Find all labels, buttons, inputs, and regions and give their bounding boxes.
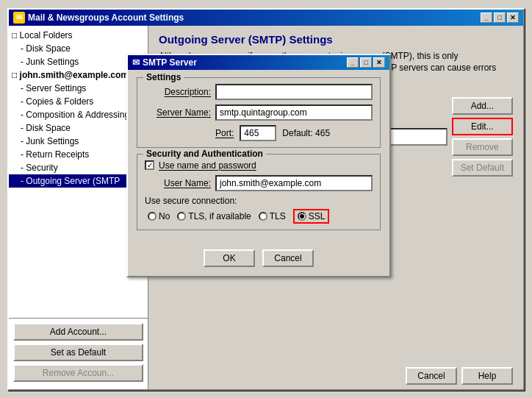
dialog-body: Settings Description: Server Name: Port:… — [128, 70, 389, 244]
radio-no-label: No — [159, 211, 170, 221]
radio-ssl-button[interactable] — [298, 212, 306, 221]
use-name-password-checkbox[interactable]: ✓ — [145, 160, 154, 170]
secure-connection-label: Use secure connection: — [145, 196, 373, 206]
server-name-row: Server Name: — [145, 104, 373, 121]
description-row: Description: — [145, 84, 373, 100]
description-input[interactable] — [215, 84, 373, 100]
dialog-title-bar: ✉ SMTP Server _ □ ✕ — [128, 55, 389, 70]
dialog-ok-button[interactable]: OK — [204, 249, 255, 267]
dialog-app-icon: ✉ — [132, 57, 140, 68]
settings-group-label: Settings — [143, 72, 184, 82]
radio-no-button[interactable] — [148, 212, 157, 221]
port-label: Port: — [215, 128, 234, 138]
security-group: Security and Authentication ✓ Use name a… — [137, 154, 381, 230]
dialog-restore-button[interactable]: □ — [360, 57, 372, 68]
main-window: ✉ Mail & Newsgroups Account Settings _ □… — [7, 8, 525, 391]
radio-tls-available[interactable]: TLS, if available — [177, 211, 251, 221]
dialog-overlay: ✉ SMTP Server _ □ ✕ Settings Description… — [9, 10, 523, 389]
dialog-cancel-button[interactable]: Cancel — [262, 249, 314, 267]
dialog-title: SMTP Server — [143, 57, 197, 68]
radio-tls-label: TLS — [270, 211, 286, 221]
port-default: Default: 465 — [282, 128, 330, 138]
settings-group: Settings Description: Server Name: Port:… — [137, 77, 381, 148]
radio-ssl[interactable]: SSL — [293, 209, 330, 224]
radio-tls-available-button[interactable] — [177, 212, 186, 221]
use-name-password-label: Use name and password — [159, 160, 256, 171]
dialog-controls: _ □ ✕ — [347, 57, 385, 68]
user-name-input[interactable] — [215, 175, 373, 191]
radio-row: No TLS, if available TLS SSL — [145, 209, 373, 224]
dialog-close-button[interactable]: ✕ — [373, 57, 385, 68]
smtp-dialog: ✉ SMTP Server _ □ ✕ Settings Description… — [126, 54, 391, 277]
security-group-label: Security and Authentication — [143, 149, 266, 159]
user-name-row: User Name: — [145, 175, 373, 191]
port-row: Port: Default: 465 — [145, 125, 373, 141]
use-name-password-row: ✓ Use name and password — [145, 160, 373, 171]
dialog-minimize-button[interactable]: _ — [347, 57, 359, 68]
radio-no[interactable]: No — [148, 211, 170, 221]
user-name-label: User Name: — [145, 178, 211, 188]
radio-tls-available-label: TLS, if available — [188, 211, 251, 221]
dialog-footer: OK Cancel — [128, 244, 389, 276]
radio-tls-button[interactable] — [259, 212, 267, 221]
port-input[interactable] — [240, 125, 276, 141]
server-name-label: Server Name: — [145, 107, 211, 118]
radio-ssl-label: SSL — [309, 211, 326, 221]
server-name-input[interactable] — [215, 104, 373, 121]
radio-tls[interactable]: TLS — [259, 211, 286, 221]
description-label: Description: — [145, 87, 211, 97]
